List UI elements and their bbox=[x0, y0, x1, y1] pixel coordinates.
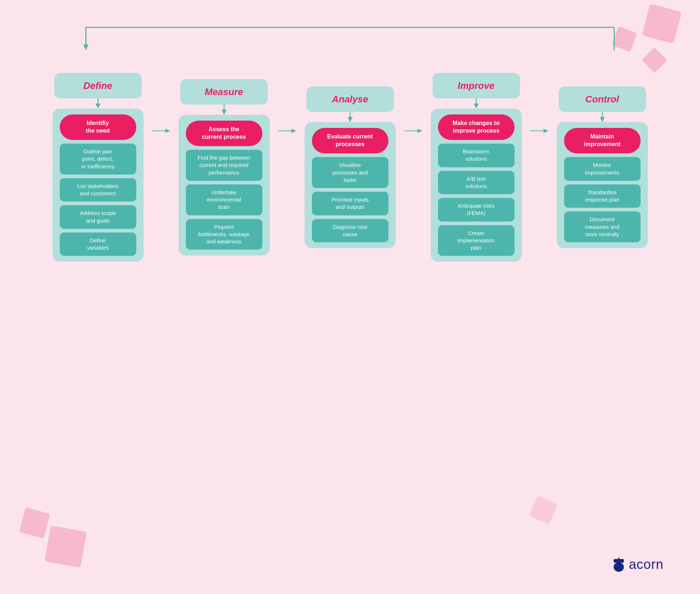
sub-item-improve-0: Brainstormsolutions bbox=[438, 144, 515, 167]
primary-action-improve: Make changes toimprove process bbox=[438, 114, 515, 140]
sub-item-define-2: Address scopeand goals bbox=[60, 205, 136, 229]
phase-improve: Improve Make changes toimprove process B… bbox=[425, 73, 527, 262]
primary-action-analyse: Evaluate currentprocesses bbox=[312, 128, 388, 153]
arrow-analyse-improve bbox=[404, 125, 422, 136]
phase-header-improve: Improve bbox=[433, 73, 520, 98]
svg-marker-7 bbox=[165, 129, 170, 133]
phase-header-control: Control bbox=[559, 86, 646, 112]
phase-header-analyse: Analyse bbox=[306, 86, 394, 112]
svg-marker-19 bbox=[543, 129, 548, 133]
svg-marker-9 bbox=[222, 110, 227, 115]
sub-item-text-analyse-2: Diagnose rootcause bbox=[333, 223, 367, 238]
flow-row: Define Identifiythe need Outline painpoi… bbox=[29, 73, 671, 262]
sub-item-text-control-1: Standardiseresponse plan bbox=[585, 189, 619, 204]
sub-item-text-improve-3: Createimplementationplan bbox=[458, 230, 495, 252]
phase-label-define: Define bbox=[83, 80, 112, 91]
sub-item-control-1: Standardiseresponse plan bbox=[564, 184, 641, 208]
sub-item-analyse-2: Diagnose rootcause bbox=[312, 219, 388, 243]
deco-bottom-left-1 bbox=[19, 507, 50, 539]
sub-item-control-2: Documentmeasures andstore centrally bbox=[564, 211, 641, 242]
sub-item-measure-2: Pinpointbottlenecks, wastageand weakness bbox=[186, 219, 262, 250]
phase-label-control: Control bbox=[585, 94, 619, 105]
deco-bottom-left-2 bbox=[44, 525, 87, 568]
down-arrow-improve bbox=[473, 98, 480, 109]
down-arrow-measure bbox=[220, 105, 228, 115]
phase-header-measure: Measure bbox=[180, 79, 268, 105]
logo-area: acorn bbox=[612, 557, 664, 572]
content-panel-improve: Make changes toimprove process Brainstor… bbox=[431, 109, 522, 262]
primary-action-text-analyse: Evaluate currentprocesses bbox=[327, 133, 373, 148]
content-panel-analyse: Evaluate currentprocesses Visualiseproce… bbox=[305, 122, 396, 248]
sub-item-text-measure-1: Undertakeenvironmentalscan bbox=[207, 189, 241, 211]
sub-item-improve-2: Anticipate risks(FEMA) bbox=[438, 198, 515, 222]
sub-item-text-control-2: Documentmeasures andstore centrally bbox=[585, 216, 619, 238]
sub-item-define-0: Outline painpoint, defect,or inefficienc… bbox=[60, 144, 136, 175]
arrow-define-measure bbox=[152, 125, 170, 136]
svg-marker-5 bbox=[95, 103, 101, 109]
svg-marker-3 bbox=[83, 44, 89, 50]
sub-item-analyse-0: Visualiseprocesses andtasks bbox=[312, 157, 388, 188]
sub-item-text-analyse-0: Visualiseprocesses andtasks bbox=[332, 161, 368, 184]
primary-action-define: Identifiythe need bbox=[60, 114, 136, 140]
sub-item-text-measure-2: Pinpointbottlenecks, wastageand weakness bbox=[198, 223, 249, 246]
sub-item-text-define-0: Outline painpoint, defect,or inefficienc… bbox=[81, 148, 114, 170]
arrow-improve-control bbox=[530, 125, 548, 136]
sub-item-text-improve-2: Anticipate risks(FEMA) bbox=[458, 202, 494, 217]
sub-item-text-measure-0: Find the gap betweencurrent and required… bbox=[198, 154, 250, 176]
sub-item-text-define-2: Address scopeand goals bbox=[80, 210, 116, 224]
svg-marker-17 bbox=[474, 103, 479, 109]
main-container: Define Identifiythe need Outline painpoi… bbox=[0, 0, 700, 594]
primary-action-control: Maintainimprovement bbox=[564, 128, 641, 153]
svg-point-24 bbox=[614, 562, 624, 572]
down-arrow-define bbox=[94, 98, 102, 109]
arrow-measure-analyse bbox=[278, 125, 296, 136]
sub-item-define-3: Definevariables bbox=[60, 232, 136, 256]
deco-top-right-1 bbox=[642, 4, 682, 44]
sub-item-improve-1: A/B testsolutions bbox=[438, 171, 515, 195]
svg-marker-11 bbox=[291, 129, 296, 133]
phase-label-measure: Measure bbox=[205, 86, 243, 98]
sub-item-text-improve-1: A/B testsolutions bbox=[465, 175, 487, 190]
down-arrow-analyse bbox=[347, 112, 354, 122]
sub-item-text-define-1: List stakeholdersand customers bbox=[77, 183, 118, 198]
sub-item-text-improve-0: Brainstormsolutions bbox=[463, 148, 489, 163]
content-panel-measure: Assess thecurrent process Find the gap b… bbox=[179, 115, 270, 255]
primary-action-text-measure: Assess thecurrent process bbox=[202, 126, 246, 141]
sub-item-control-0: Monitorimprovements bbox=[564, 157, 641, 181]
svg-rect-23 bbox=[618, 558, 619, 560]
phase-measure: Measure Assess thecurrent process Find t… bbox=[173, 79, 275, 255]
sub-item-text-analyse-1: Prioritise inputsand outputs bbox=[331, 196, 369, 211]
primary-action-text-define: Identifiythe need bbox=[86, 120, 110, 135]
phase-label-improve: Improve bbox=[458, 80, 494, 91]
logo-text: acorn bbox=[629, 557, 664, 572]
phase-label-analyse: Analyse bbox=[332, 94, 368, 105]
sub-item-improve-3: Createimplementationplan bbox=[438, 225, 515, 256]
sub-item-analyse-1: Prioritise inputsand outputs bbox=[312, 192, 388, 215]
sub-item-measure-1: Undertakeenvironmentalscan bbox=[186, 184, 262, 215]
content-panel-control: Maintainimprovement Monitorimprovements … bbox=[557, 122, 648, 248]
svg-marker-21 bbox=[600, 117, 605, 122]
sub-item-text-define-3: Definevariables bbox=[87, 237, 109, 252]
content-panel-define: Identifiythe need Outline painpoint, def… bbox=[52, 109, 144, 262]
sub-item-measure-0: Find the gap betweencurrent and required… bbox=[186, 150, 262, 181]
deco-diamond bbox=[642, 47, 668, 73]
phase-control: Control Maintainimprovement Monitorimpro… bbox=[551, 86, 653, 248]
svg-marker-15 bbox=[417, 129, 422, 133]
sub-item-define-1: List stakeholdersand customers bbox=[60, 178, 136, 202]
svg-marker-13 bbox=[348, 117, 353, 122]
phase-analyse: Analyse Evaluate currentprocesses Visual… bbox=[299, 86, 401, 248]
down-arrow-control bbox=[599, 112, 606, 122]
acorn-logo-icon bbox=[612, 557, 625, 572]
top-loop-arrow bbox=[56, 22, 644, 51]
primary-action-text-improve: Make changes toimprove process bbox=[453, 120, 500, 135]
phase-header-define: Define bbox=[54, 73, 142, 98]
deco-bottom-right bbox=[529, 496, 558, 525]
sub-item-text-control-0: Monitorimprovements bbox=[585, 161, 619, 176]
phase-define: Define Identifiythe need Outline painpoi… bbox=[47, 73, 149, 262]
primary-action-text-control: Maintainimprovement bbox=[584, 133, 620, 148]
primary-action-measure: Assess thecurrent process bbox=[186, 121, 262, 146]
